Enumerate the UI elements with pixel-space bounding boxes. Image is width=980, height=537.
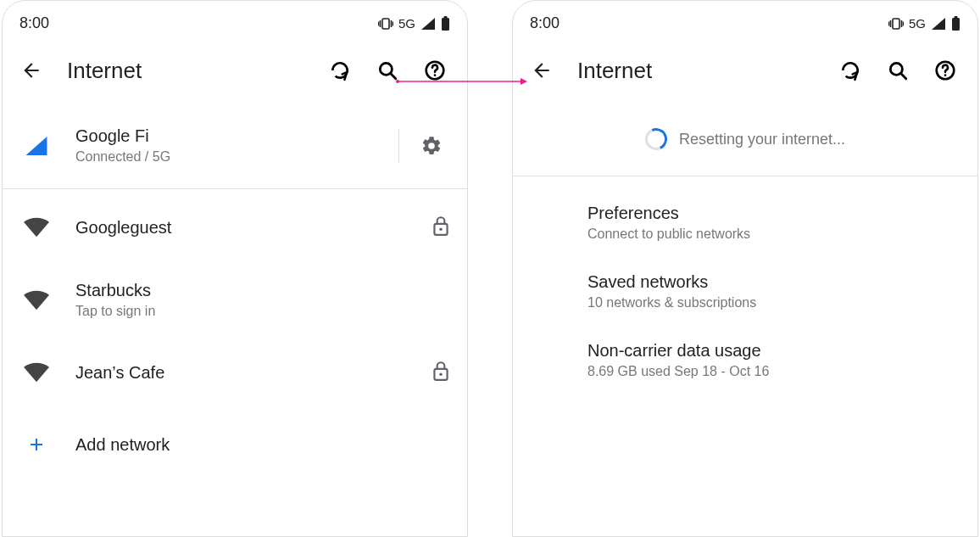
page-title: Internet [67,58,142,84]
cellular-icon [19,135,53,157]
back-button[interactable] [13,52,50,89]
reset-button[interactable] [321,52,359,89]
svg-rect-21 [955,16,958,19]
svg-point-22 [890,63,902,75]
svg-rect-6 [444,16,448,19]
lock-icon [432,360,450,385]
svg-point-10 [434,74,437,76]
search-button[interactable] [369,52,406,89]
status-bar: 8:00 5G [513,1,977,38]
saved-networks-row[interactable]: Saved networks 10 networks & subscriptio… [513,257,977,326]
status-icons: 5G [378,14,450,32]
page-title: Internet [577,58,652,84]
prefs-title: Preferences [587,204,961,223]
svg-point-14 [439,373,442,376]
reset-button[interactable] [832,52,869,89]
usage-sub: 8.69 GB used Sep 18 - Oct 16 [587,364,961,379]
mobile-settings-button[interactable] [413,127,450,165]
signal-icon [931,14,946,32]
battery-icon [951,14,961,32]
wifi-row-0[interactable]: Googleguest [3,189,467,266]
status-bar: 8:00 5G [3,1,467,38]
usage-title: Non-carrier data usage [587,341,961,361]
status-net-label: 5G [909,16,926,31]
search-button[interactable] [879,52,916,89]
saved-title: Saved networks [587,272,961,292]
back-button[interactable] [523,52,560,89]
resetting-label: Resetting your internet... [679,131,845,148]
app-bar: Internet [3,38,467,103]
spinner-icon [642,125,670,153]
wifi-row-1[interactable]: Starbucks Tap to sign in [3,266,467,334]
resetting-banner: Resetting your internet... [513,103,977,176]
mobile-network-row[interactable]: Google Fi Connected / 5G [3,103,467,188]
wifi-name: Jean’s Cafe [75,363,409,383]
svg-rect-15 [893,19,899,29]
plus-icon [19,434,53,455]
svg-point-12 [439,228,442,231]
wifi-icon [19,290,53,310]
status-net-label: 5G [398,16,415,31]
saved-sub: 10 networks & subscriptions [587,295,961,310]
data-usage-row[interactable]: Non-carrier data usage 8.69 GB used Sep … [513,326,977,394]
vibrate-icon [378,14,393,32]
mobile-name: Google Fi [75,126,376,146]
svg-line-8 [391,74,395,78]
vibrate-icon [888,14,904,32]
wifi-name: Googleguest [75,218,409,238]
signal-icon [420,14,436,32]
svg-point-25 [944,74,947,76]
wifi-icon [19,217,53,238]
svg-rect-5 [442,18,449,31]
mobile-status: Connected / 5G [75,149,376,165]
prefs-sub: Connect to public networks [587,227,961,242]
help-button[interactable] [416,52,454,89]
help-button[interactable] [927,52,964,89]
svg-point-7 [380,63,392,75]
battery-icon [441,14,450,32]
app-bar: Internet [513,38,977,103]
status-time: 8:00 [530,14,560,32]
wifi-icon [19,362,53,383]
add-network-label: Add network [75,435,450,455]
status-icons: 5G [888,14,961,32]
svg-rect-0 [382,19,389,29]
status-time: 8:00 [19,14,49,32]
add-network-row[interactable]: Add network [3,411,467,470]
phone-right: 8:00 5G Internet [512,0,978,537]
wifi-sub: Tap to sign in [75,304,450,319]
lock-icon [432,215,450,240]
preferences-row[interactable]: Preferences Connect to public networks [513,188,977,257]
wifi-row-2[interactable]: Jean’s Cafe [3,334,467,411]
phone-left: 8:00 5G Internet [2,0,468,537]
wifi-name: Starbucks [75,281,450,300]
svg-line-23 [901,74,905,78]
svg-rect-20 [952,18,960,31]
